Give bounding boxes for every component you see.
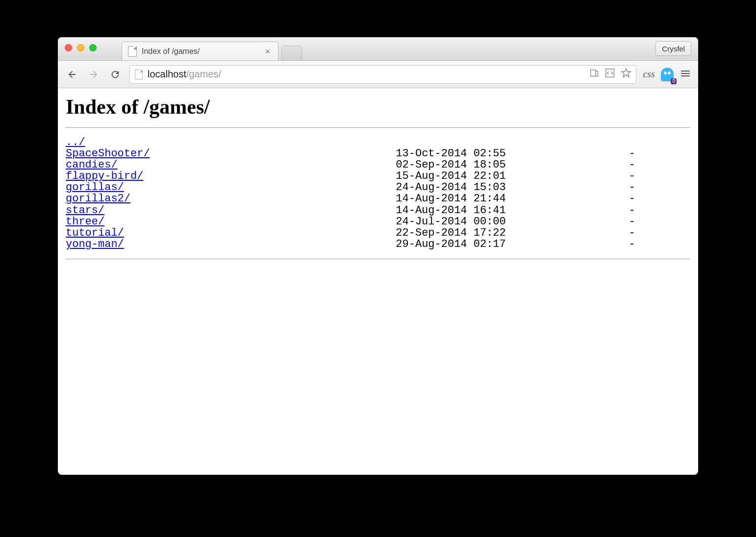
url-path: /games/ bbox=[186, 69, 221, 79]
directory-listing: ../ SpaceShooter/ 13-Oct-2014 02:55 - ca… bbox=[66, 137, 690, 250]
extensions: css 0 bbox=[643, 68, 691, 81]
directory-link[interactable]: ../ bbox=[66, 136, 85, 148]
menu-button[interactable] bbox=[680, 68, 691, 81]
profile-button[interactable]: Crysfel bbox=[655, 41, 691, 56]
page-content: Index of /games/ ../ SpaceShooter/ 13-Oc… bbox=[58, 88, 698, 475]
directory-link[interactable]: stars/ bbox=[66, 204, 104, 217]
browser-tab[interactable]: Index of /games/ × bbox=[122, 42, 278, 60]
arrow-right-icon bbox=[88, 69, 99, 80]
tab-title: Index of /games/ bbox=[142, 47, 200, 56]
omnibox-actions bbox=[589, 67, 632, 81]
hamburger-icon bbox=[680, 68, 691, 79]
reload-button[interactable] bbox=[108, 67, 123, 82]
directory-link[interactable]: candies/ bbox=[66, 159, 118, 171]
star-icon bbox=[620, 67, 632, 79]
browser-window: Index of /games/ × Crysfel localhost/gam… bbox=[58, 37, 698, 475]
window-zoom-button[interactable] bbox=[89, 44, 97, 51]
new-tab-button[interactable] bbox=[281, 46, 302, 60]
forward-button[interactable] bbox=[86, 67, 101, 82]
directory-link[interactable]: flappy-bird/ bbox=[66, 170, 143, 182]
arrow-left-icon bbox=[67, 69, 77, 80]
device-mode-icon[interactable] bbox=[589, 68, 600, 81]
back-button[interactable] bbox=[65, 67, 79, 82]
page-title: Index of /games/ bbox=[66, 95, 690, 119]
window-minimize-button[interactable] bbox=[77, 44, 84, 51]
directory-link[interactable]: three/ bbox=[66, 216, 104, 228]
css-extension-icon[interactable]: css bbox=[643, 69, 655, 80]
bookmark-button[interactable] bbox=[620, 67, 632, 81]
divider bbox=[66, 127, 690, 128]
directory-link[interactable]: SpaceShooter/ bbox=[66, 147, 150, 160]
ghostery-extension-icon[interactable]: 0 bbox=[661, 68, 674, 81]
page-icon bbox=[135, 70, 143, 79]
window-close-button[interactable] bbox=[65, 44, 72, 51]
toolbar: localhost/games/ css 0 bbox=[58, 61, 698, 88]
reload-icon bbox=[110, 69, 121, 80]
tab-close-button[interactable]: × bbox=[263, 46, 272, 57]
address-bar[interactable]: localhost/games/ bbox=[129, 65, 636, 84]
directory-link[interactable]: yong-man/ bbox=[66, 238, 124, 250]
directory-link[interactable]: tutorial/ bbox=[66, 227, 124, 239]
directory-link[interactable]: gorillas2/ bbox=[66, 193, 130, 205]
divider bbox=[66, 259, 690, 259]
ghostery-badge: 0 bbox=[671, 78, 677, 84]
url-text: localhost/games/ bbox=[148, 69, 221, 80]
profile-label: Crysfel bbox=[662, 45, 685, 53]
url-host: localhost bbox=[148, 69, 186, 79]
file-icon bbox=[128, 46, 137, 57]
window-controls bbox=[65, 44, 97, 51]
view-source-icon[interactable] bbox=[605, 68, 615, 81]
directory-link[interactable]: gorillas/ bbox=[66, 181, 124, 194]
titlebar: Index of /games/ × Crysfel bbox=[58, 37, 698, 61]
